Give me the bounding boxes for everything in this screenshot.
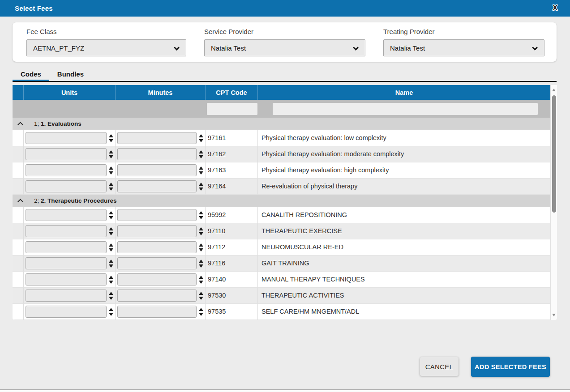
increment-icon[interactable] [199,276,203,279]
decrement-icon[interactable] [199,155,203,158]
scroll-up-icon[interactable] [552,89,556,91]
units-input[interactable] [26,164,107,176]
vertical-scrollbar[interactable] [550,85,557,320]
row-select-cell[interactable] [13,146,24,162]
row-select-cell[interactable] [13,130,24,146]
minutes-input[interactable] [117,306,197,318]
scroll-down-icon[interactable] [552,314,556,316]
service-provider-select[interactable]: Natalia Test [204,39,365,56]
decrement-icon[interactable] [199,139,203,142]
close-icon[interactable]: X [553,4,557,12]
increment-icon[interactable] [199,292,203,295]
row-select-cell[interactable] [13,162,24,179]
treating-provider-select[interactable]: Natalia Test [383,39,544,56]
decrement-icon[interactable] [199,281,203,284]
fee-class-select[interactable]: AETNA_PT_FYZ [26,39,186,56]
decrement-icon[interactable] [199,264,203,268]
decrement-icon[interactable] [109,216,113,219]
table-row[interactable]: 97140MANUAL THERAPY TECHNIQUES [13,272,550,288]
units-input[interactable] [26,180,107,192]
minutes-input[interactable] [117,257,197,269]
minutes-input[interactable] [117,164,197,176]
decrement-icon[interactable] [199,216,203,219]
units-input[interactable] [26,290,107,302]
table-row[interactable]: 97535SELF CARE/HM MNGEMNT/ADL [13,304,550,320]
decrement-icon[interactable] [109,139,113,142]
row-select-cell[interactable] [13,207,24,223]
decrement-icon[interactable] [109,187,113,191]
increment-icon[interactable] [109,276,113,279]
row-select-cell[interactable] [13,256,24,272]
units-input[interactable] [26,225,107,237]
increment-icon[interactable] [109,227,113,230]
table-row[interactable]: 97161Physical therapy evaluation: low co… [13,130,550,146]
table-row[interactable]: 97116GAIT TRAINING [13,256,550,272]
decrement-icon[interactable] [109,281,113,284]
increment-icon[interactable] [199,211,203,214]
table-row[interactable]: 97162Physical therapy evaluation: modera… [13,146,550,162]
increment-icon[interactable] [199,308,203,311]
table-row[interactable]: 97530THERAPEUTIC ACTIVITIES [13,288,550,304]
increment-icon[interactable] [199,243,203,247]
decrement-icon[interactable] [109,171,113,175]
row-select-cell[interactable] [13,179,24,195]
units-input[interactable] [26,209,107,221]
increment-icon[interactable] [109,292,113,295]
increment-icon[interactable] [109,211,113,214]
increment-icon[interactable] [109,166,113,170]
table-row[interactable]: 97110THERAPEUTIC EXERCISE [13,223,550,239]
table-row[interactable]: 97112NEUROMUSCULAR RE-ED [13,239,550,256]
decrement-icon[interactable] [199,297,203,300]
increment-icon[interactable] [199,227,203,230]
decrement-icon[interactable] [109,155,113,158]
minutes-input[interactable] [117,273,197,285]
cancel-button[interactable]: CANCEL [420,357,459,376]
row-select-cell[interactable] [13,288,24,304]
minutes-input[interactable] [117,241,197,253]
increment-icon[interactable] [199,166,203,170]
table-row[interactable]: 97164Re-evaluation of physical therapy [13,179,550,195]
group-row[interactable]: 2; 2. Therapeutic Procedures [13,195,550,207]
table-row[interactable]: 97163Physical therapy evaluation: high c… [13,162,550,179]
tab-codes[interactable]: Codes [13,67,49,81]
decrement-icon[interactable] [109,297,113,300]
increment-icon[interactable] [109,183,113,186]
units-input[interactable] [26,241,107,253]
decrement-icon[interactable] [199,187,203,191]
units-input[interactable] [26,306,107,318]
minutes-input[interactable] [117,132,197,144]
decrement-icon[interactable] [199,313,203,316]
table-row[interactable]: 95992CANALITH REPOSITIONING [13,207,550,223]
decrement-icon[interactable] [199,248,203,251]
increment-icon[interactable] [199,150,203,153]
scrollbar-thumb[interactable] [552,95,556,213]
minutes-input[interactable] [117,225,197,237]
decrement-icon[interactable] [199,232,203,235]
minutes-input[interactable] [117,209,197,221]
increment-icon[interactable] [109,308,113,311]
minutes-input[interactable] [117,180,197,192]
increment-icon[interactable] [109,134,113,137]
chevron-up-icon[interactable] [17,122,23,128]
minutes-input[interactable] [117,148,197,160]
increment-icon[interactable] [109,260,113,263]
add-selected-fees-button[interactable]: ADD SELECTED FEES [471,357,550,377]
row-select-cell[interactable] [13,272,24,288]
group-row[interactable]: 1; 1. Evaluations [13,118,550,130]
increment-icon[interactable] [109,243,113,247]
tab-bundles[interactable]: Bundles [49,67,92,81]
increment-icon[interactable] [199,260,203,263]
row-select-cell[interactable] [13,304,24,320]
decrement-icon[interactable] [109,248,113,251]
decrement-icon[interactable] [109,232,113,235]
increment-icon[interactable] [109,150,113,153]
increment-icon[interactable] [199,183,203,186]
minutes-input[interactable] [117,290,197,302]
units-input[interactable] [26,148,107,160]
units-input[interactable] [26,257,107,269]
name-filter-input[interactable] [273,103,538,115]
increment-icon[interactable] [199,134,203,137]
decrement-icon[interactable] [109,313,113,316]
chevron-up-icon[interactable] [17,199,23,205]
cpt-code-filter-input[interactable] [207,103,257,115]
